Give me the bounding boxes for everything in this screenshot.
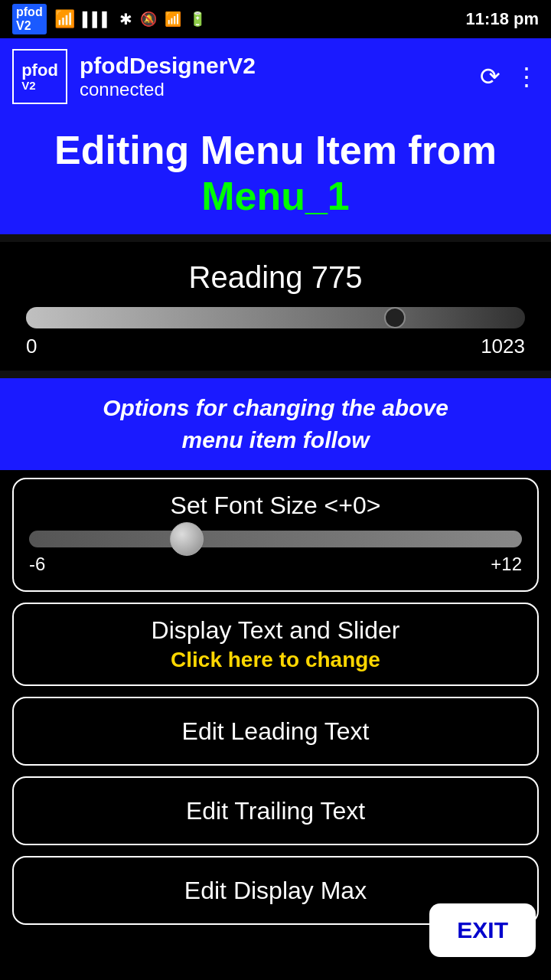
font-slider-thumb — [170, 522, 204, 556]
editing-title: Editing Menu Item from — [15, 127, 536, 173]
app-name: pfodDesignerV2 — [80, 53, 468, 79]
reading-slider-track — [26, 307, 525, 328]
divider-2 — [0, 371, 551, 378]
font-size-max: +12 — [491, 554, 522, 575]
wifi-status-icon: 📶 — [54, 9, 75, 29]
app-bar-actions: ⟳ ⋮ — [480, 62, 539, 91]
exit-button[interactable]: EXIT — [429, 903, 536, 957]
font-size-min: -6 — [29, 554, 45, 575]
reading-min: 0 — [26, 335, 37, 358]
display-text-slider-sub: Click here to change — [171, 648, 380, 672]
mute-icon: 🔕 — [140, 11, 157, 28]
bars-icon: ▌▌▌ — [83, 11, 112, 28]
display-text-slider-main: Display Text and Slider — [152, 616, 400, 645]
app-title-block: pfodDesignerV2 connected — [80, 53, 468, 100]
reading-slider-thumb — [384, 307, 406, 328]
app-bar: pfod V2 pfodDesignerV2 connected ⟳ ⋮ — [0, 38, 551, 115]
app-connection-status: connected — [80, 79, 468, 100]
status-time: 11:18 pm — [466, 9, 539, 29]
editing-banner: Editing Menu Item from Menu_1 — [0, 115, 551, 234]
editing-menu-name: Menu_1 — [15, 173, 536, 219]
logo-pfod: pfod — [21, 61, 58, 80]
battery-icon: 🔋 — [189, 11, 206, 28]
bluetooth-icon: ✱ — [119, 10, 132, 28]
reading-section: Reading 775 0 1023 — [0, 242, 551, 371]
reading-slider-container[interactable]: 0 1023 — [23, 307, 528, 358]
options-text-content: Options for changing the above menu item… — [103, 395, 448, 452]
edit-trailing-text-label: Edit Trailing Text — [186, 797, 365, 825]
font-slider-labels: -6 +12 — [29, 554, 522, 575]
app-logo-small: pfodV2 — [12, 4, 47, 34]
reading-max: 1023 — [481, 335, 525, 358]
display-text-slider-button[interactable]: Display Text and Slider Click here to ch… — [12, 603, 539, 686]
overflow-menu-icon[interactable]: ⋮ — [514, 62, 539, 91]
options-banner: Options for changing the above menu item… — [0, 378, 551, 470]
app-logo: pfod V2 — [12, 49, 67, 104]
edit-display-max-label: Edit Display Max — [184, 877, 367, 905]
font-size-label: Set Font Size <+0> — [29, 492, 522, 520]
signal-bars-icon: 📶 — [165, 11, 181, 28]
status-bar: pfodV2 📶 ▌▌▌ ✱ 🔕 📶 🔋 11:18 pm — [0, 0, 551, 38]
logo-v2: V2 — [21, 80, 35, 93]
refresh-icon[interactable]: ⟳ — [480, 62, 500, 91]
font-slider-track — [29, 531, 522, 547]
reading-label: Reading 775 — [23, 260, 528, 295]
status-left-icons: pfodV2 📶 ▌▌▌ ✱ 🔕 📶 🔋 — [12, 4, 206, 34]
divider-1 — [0, 234, 551, 242]
font-size-button[interactable]: Set Font Size <+0> -6 +12 — [12, 478, 539, 592]
edit-trailing-text-button[interactable]: Edit Trailing Text — [12, 776, 539, 845]
edit-leading-text-label: Edit Leading Text — [182, 717, 370, 746]
reading-slider-labels: 0 1023 — [26, 335, 525, 358]
options-text: Options for changing the above menu item… — [23, 392, 528, 456]
edit-leading-text-button[interactable]: Edit Leading Text — [12, 697, 539, 766]
